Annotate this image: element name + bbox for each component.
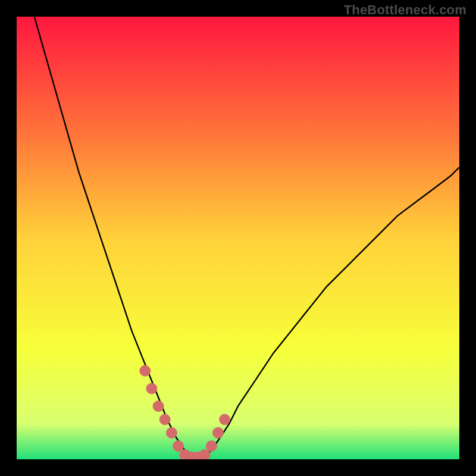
emphasis-marker: [153, 401, 164, 412]
attribution-text: TheBottleneck.com: [344, 2, 466, 18]
emphasis-marker: [213, 427, 224, 438]
emphasis-marker: [199, 450, 210, 459]
chart-plot-area: [17, 17, 459, 459]
emphasis-marker: [206, 441, 217, 452]
emphasis-marker: [220, 414, 230, 425]
emphasis-marker: [140, 365, 151, 376]
emphasis-marker: [159, 414, 170, 425]
stage: TheBottleneck.com: [0, 0, 476, 476]
emphasis-marker: [166, 427, 177, 438]
chart-svg: [17, 17, 459, 459]
bottleneck-curve: [35, 17, 459, 457]
emphasis-marker: [173, 441, 184, 452]
emphasis-marker: [146, 383, 157, 394]
